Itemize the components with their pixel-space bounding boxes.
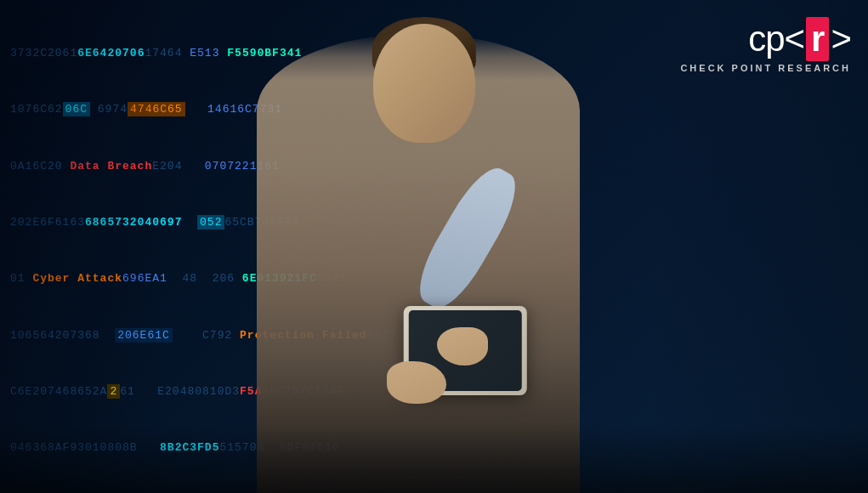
logo-r-box: r: [806, 17, 829, 61]
brand-subtitle: CHECK POINT RESEARCH: [680, 63, 851, 73]
brand-logo: cp<r> CHECK POINT RESEARCH: [680, 17, 851, 73]
person-hand-left: [387, 361, 446, 404]
person-head: [373, 24, 475, 143]
main-scene: 3732C20616E642070617464 E513 F5590BF341 …: [0, 0, 868, 493]
logo-mark: cp<r>: [748, 17, 851, 61]
